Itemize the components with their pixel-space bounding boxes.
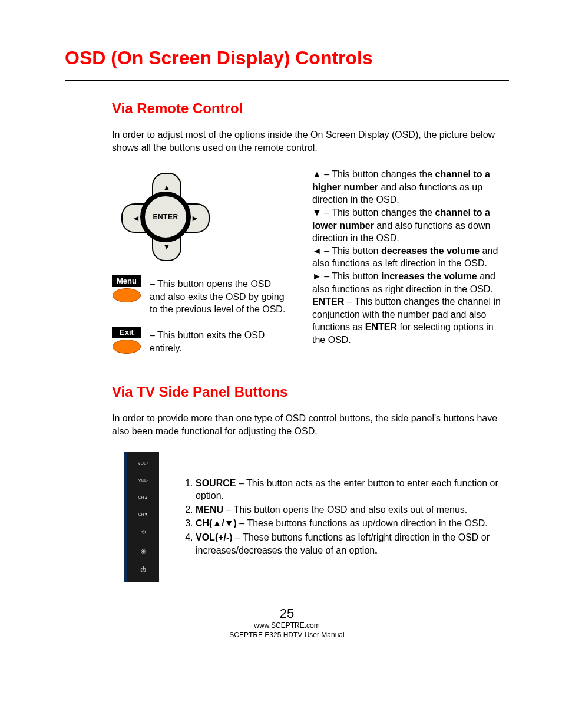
side-menu-icon: ◉ bbox=[141, 548, 146, 554]
side-ch-down: CH▼ bbox=[138, 512, 148, 516]
down-symbol: ▼ bbox=[312, 207, 322, 218]
menu-button-icon bbox=[113, 288, 141, 302]
page-number: 25 bbox=[65, 606, 509, 621]
side-panel-image: VOL+ VOL- CH▲ CH▼ ⟲ ◉ ⏻ bbox=[124, 452, 159, 582]
exit-button-icon bbox=[113, 340, 141, 354]
section-remote-heading: Via Remote Control bbox=[112, 100, 509, 117]
title-divider bbox=[65, 80, 509, 81]
side-vol-plus: VOL+ bbox=[138, 461, 148, 465]
side-vol-minus: VOL- bbox=[138, 478, 148, 482]
dpad-descriptions: ▲ – This button changes the channel to a… bbox=[312, 168, 509, 365]
list-item: MENU – This button opens the OSD and als… bbox=[196, 503, 509, 516]
exit-button-desc: – This button exits the OSD entirely. bbox=[150, 327, 289, 354]
exit-button-label: Exit bbox=[112, 327, 141, 338]
menu-button-desc: – This button opens the OSD and also exi… bbox=[150, 275, 289, 316]
footer-manual: SCEPTRE E325 HDTV User Manual bbox=[65, 631, 509, 640]
right-symbol: ► bbox=[312, 271, 322, 281]
up-symbol: ▲ bbox=[312, 169, 322, 179]
menu-button-image: Menu bbox=[112, 275, 141, 302]
footer-url: www.SCEPTRE.com bbox=[65, 621, 509, 631]
left-symbol: ◄ bbox=[312, 246, 322, 256]
remote-dpad-image: ▲ ▼ ◄ ► ENTER bbox=[121, 173, 289, 261]
exit-button-image: Exit bbox=[112, 327, 141, 354]
side-source-icon: ⟲ bbox=[141, 529, 146, 535]
menu-button-label: Menu bbox=[112, 275, 141, 287]
page-title: OSD (On Screen Display) Controls bbox=[65, 47, 509, 69]
side-ch-up: CH▲ bbox=[138, 495, 148, 499]
dpad-enter-label: ENTER bbox=[140, 192, 191, 242]
enter-label: ENTER bbox=[312, 297, 344, 307]
section-remote-intro: In order to adjust most of the options i… bbox=[112, 129, 509, 154]
list-item: CH(▲/▼) – These buttons functions as up/… bbox=[196, 517, 509, 530]
list-item: VOL(+/-) – These buttons functions as le… bbox=[196, 531, 509, 556]
side-power-icon: ⏻ bbox=[140, 567, 146, 573]
list-item: SOURCE – This button acts as the enter b… bbox=[196, 477, 509, 502]
section-sidepanel-heading: Via TV Side Panel Buttons bbox=[112, 384, 509, 400]
section-sidepanel-intro: In order to provide more than one type o… bbox=[112, 412, 509, 437]
side-panel-list: SOURCE – This button acts as the enter b… bbox=[183, 477, 509, 558]
